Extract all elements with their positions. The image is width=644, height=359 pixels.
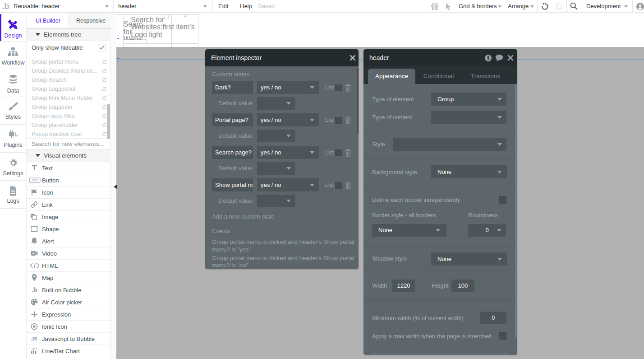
svg-text:T: T [32, 164, 37, 172]
svg-text:JS: JS [31, 336, 37, 341]
svg-text:CLICK: CLICK [32, 179, 38, 182]
svg-text:.b: .b [32, 286, 37, 294]
